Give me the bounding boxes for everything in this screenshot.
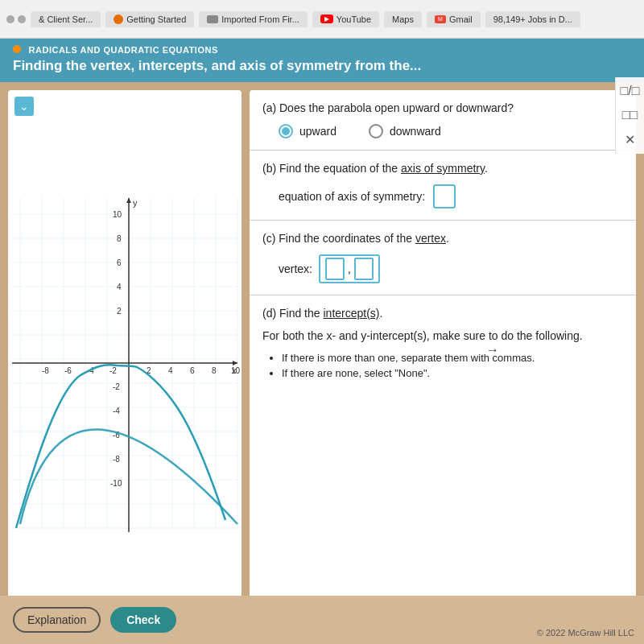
question-d-suffix: . bbox=[380, 307, 383, 320]
intercepts-bullet-list: If there is more than one, separate them… bbox=[262, 352, 623, 379]
axis-symmetry-link[interactable]: axis of symmetry bbox=[401, 162, 485, 175]
vertex-y-input[interactable] bbox=[354, 258, 374, 280]
page-title: Finding the vertex, intercepts, and axis… bbox=[13, 58, 631, 74]
question-d-text: (d) Find the intercept(s). bbox=[262, 307, 623, 320]
svg-text:2: 2 bbox=[117, 307, 122, 316]
vertex-label: vertex: bbox=[279, 262, 312, 275]
graph-panel: ⌄ bbox=[8, 90, 242, 636]
tab-orange-icon bbox=[114, 14, 123, 24]
radio-upward-label: upward bbox=[299, 125, 336, 138]
content-area: ⌄ bbox=[0, 82, 644, 644]
svg-text:-2: -2 bbox=[113, 382, 120, 391]
svg-text:-8: -8 bbox=[42, 366, 49, 375]
right-sidebar: □/□ □□ ✕ bbox=[615, 77, 644, 154]
tab-youtube-label: YouTube bbox=[336, 14, 371, 24]
tab-jobs-label: 98,149+ Jobs in D... bbox=[493, 14, 572, 24]
tab-imported-from[interactable]: Imported From Fir... bbox=[199, 11, 308, 27]
question-b-suffix: . bbox=[485, 162, 488, 175]
vertex-input-group: , bbox=[319, 254, 380, 283]
svg-text:10: 10 bbox=[113, 210, 122, 219]
orange-dot-icon bbox=[13, 45, 21, 53]
svg-text:-2: -2 bbox=[109, 366, 117, 375]
tab-gmail-icon: M bbox=[435, 15, 446, 23]
tab-getting-started[interactable]: Getting Started bbox=[105, 11, 194, 27]
tab-client-ser[interactable]: & Client Ser... bbox=[31, 11, 101, 27]
svg-text:-6: -6 bbox=[64, 366, 72, 375]
question-b-prefix: (b) Find the equation of the bbox=[262, 162, 401, 175]
tab-youtube-icon: ▶ bbox=[320, 14, 333, 23]
tab-getting-started-label: Getting Started bbox=[126, 14, 186, 24]
question-c-section: (c) Find the coordinates of the vertex. … bbox=[250, 221, 636, 295]
radio-downward-option[interactable]: downward bbox=[369, 124, 441, 138]
svg-text:4: 4 bbox=[168, 366, 173, 375]
radio-upward-option[interactable]: upward bbox=[279, 124, 336, 138]
intercept-link[interactable]: intercept(s) bbox=[323, 307, 379, 320]
radio-downward-circle[interactable] bbox=[369, 124, 383, 138]
svg-text:6: 6 bbox=[190, 366, 195, 375]
equation-row-b: equation of axis of symmetry: bbox=[262, 184, 623, 208]
equation-label: equation of axis of symmetry: bbox=[279, 190, 425, 203]
tab-imported-label: Imported From Fir... bbox=[221, 14, 299, 24]
intercepts-description: For both the x- and y-intercept(s), make… bbox=[262, 329, 623, 342]
radio-group-a: upward downward bbox=[262, 124, 623, 138]
browser-dot-2 bbox=[18, 15, 26, 23]
question-b-text: (b) Find the equation of the axis of sym… bbox=[262, 162, 623, 175]
browser-dot-1 bbox=[6, 15, 14, 23]
tab-gmail[interactable]: M Gmail bbox=[427, 11, 481, 27]
browser-controls bbox=[6, 15, 26, 23]
vertex-link[interactable]: vertex bbox=[415, 232, 446, 245]
explanation-button[interactable]: Explanation bbox=[13, 607, 101, 633]
svg-text:10: 10 bbox=[231, 366, 241, 375]
graph-svg: x y -8 -6 -4 -2 2 4 6 8 10 10 8 bbox=[8, 90, 242, 636]
question-c-text: (c) Find the coordinates of the vertex. bbox=[262, 232, 623, 245]
copyright-text: © 2022 McGraw Hill LLC bbox=[537, 628, 634, 638]
close-icon[interactable]: ✕ bbox=[625, 132, 635, 147]
section-label: RADICALS AND QUADRATIC EQUATIONS bbox=[13, 45, 631, 55]
question-c-suffix: . bbox=[446, 232, 449, 245]
tab-maps-label: Maps bbox=[392, 14, 414, 24]
axis-symmetry-input[interactable] bbox=[433, 184, 456, 208]
fraction-icon[interactable]: □/□ bbox=[621, 84, 640, 98]
questions-panel: (a) Does the parabola open upward or dow… bbox=[250, 90, 636, 636]
question-a-section: (a) Does the parabola open upward or dow… bbox=[250, 90, 636, 151]
tab-folder-icon bbox=[207, 15, 218, 23]
grid-icon[interactable]: □□ bbox=[622, 108, 638, 122]
question-c-prefix: (c) Find the coordinates of the bbox=[262, 232, 415, 245]
main-content: RADICALS AND QUADRATIC EQUATIONS Finding… bbox=[0, 39, 644, 644]
vertex-x-input[interactable] bbox=[325, 258, 345, 280]
svg-text:-8: -8 bbox=[113, 455, 120, 464]
question-a-text: (a) Does the parabola open upward or dow… bbox=[262, 101, 623, 114]
tab-youtube[interactable]: ▶ YouTube bbox=[312, 11, 379, 27]
section-label-text: RADICALS AND QUADRATIC EQUATIONS bbox=[29, 45, 218, 55]
question-b-section: (b) Find the equation of the axis of sym… bbox=[250, 151, 636, 221]
svg-text:6: 6 bbox=[117, 258, 122, 267]
vertex-row: vertex: , bbox=[262, 254, 623, 283]
graph-chevron-icon[interactable]: ⌄ bbox=[14, 97, 34, 116]
bullet-item-1: If there is more than one, separate them… bbox=[282, 352, 623, 364]
svg-text:y: y bbox=[133, 198, 138, 208]
page-header: RADICALS AND QUADRATIC EQUATIONS Finding… bbox=[0, 39, 644, 82]
bullet-item-2: If there are none, select "None". bbox=[282, 367, 623, 379]
check-button[interactable]: Check bbox=[110, 607, 176, 633]
radio-downward-label: downward bbox=[390, 125, 441, 138]
svg-text:8: 8 bbox=[117, 234, 122, 243]
browser-bar: & Client Ser... Getting Started Imported… bbox=[0, 0, 644, 39]
comma-separator: , bbox=[348, 262, 351, 275]
tab-jobs[interactable]: 98,149+ Jobs in D... bbox=[485, 11, 580, 27]
tab-maps[interactable]: Maps bbox=[384, 11, 422, 27]
question-d-section: (d) Find the intercept(s). For both the … bbox=[250, 295, 636, 394]
svg-text:4: 4 bbox=[117, 283, 122, 291]
svg-text:-4: -4 bbox=[113, 407, 120, 415]
bottom-bar: Explanation Check © 2022 McGraw Hill LLC bbox=[0, 596, 644, 644]
svg-text:8: 8 bbox=[212, 366, 217, 375]
question-d-prefix: (d) Find the bbox=[262, 307, 323, 320]
svg-text:-10: -10 bbox=[110, 479, 122, 488]
radio-upward-circle[interactable] bbox=[279, 124, 293, 138]
tab-gmail-label: Gmail bbox=[449, 14, 473, 24]
tab-client-ser-label: & Client Ser... bbox=[39, 14, 93, 24]
